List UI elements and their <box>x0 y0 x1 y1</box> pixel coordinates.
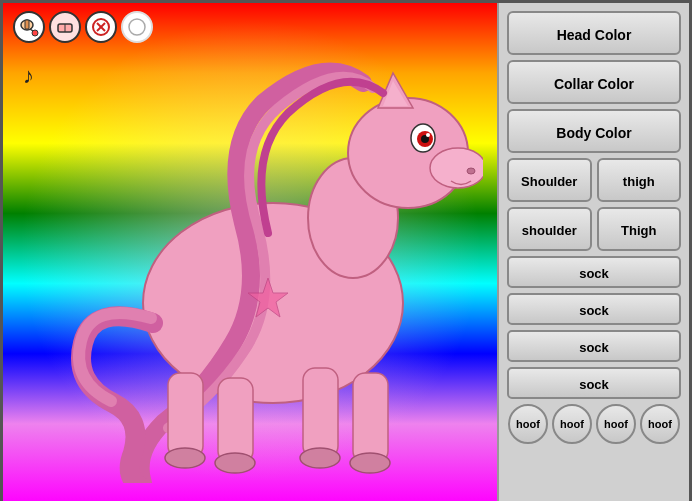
shoulder-upper-button[interactable]: Shoulder <box>507 158 592 202</box>
hoof-button-1[interactable]: hoof <box>508 404 548 444</box>
svg-rect-1 <box>25 20 29 29</box>
shoulder-lower-button[interactable]: shoulder <box>507 207 592 251</box>
hoof-button-2[interactable]: hoof <box>552 404 592 444</box>
svg-point-28 <box>467 168 475 174</box>
body-color-button[interactable]: Body Color <box>507 109 681 153</box>
undo-icon[interactable] <box>85 11 117 43</box>
eraser-icon[interactable] <box>49 11 81 43</box>
head-color-button[interactable]: Head Color <box>507 11 681 55</box>
fill-bucket-icon[interactable] <box>13 11 45 43</box>
svg-rect-22 <box>218 378 253 463</box>
toolbar <box>13 11 153 43</box>
collar-color-button[interactable]: Collar Color <box>507 60 681 104</box>
svg-point-25 <box>300 448 340 468</box>
svg-point-13 <box>430 148 483 188</box>
shoulder-thigh-row-1: Shoulder thigh <box>507 158 681 202</box>
svg-point-9 <box>129 19 145 35</box>
svg-point-26 <box>215 453 255 473</box>
shoulder-thigh-row-2: shoulder Thigh <box>507 207 681 251</box>
white-circle-icon[interactable] <box>121 11 153 43</box>
svg-rect-20 <box>353 373 388 463</box>
right-panel: Head Color Collar Color Body Color Shoul… <box>497 3 689 501</box>
svg-line-3 <box>30 29 33 31</box>
hoof-button-4[interactable]: hoof <box>640 404 680 444</box>
hoof-row: hoof hoof hoof hoof <box>507 404 681 444</box>
svg-rect-23 <box>168 373 203 458</box>
svg-point-27 <box>165 448 205 468</box>
thigh-lower-button[interactable]: Thigh <box>597 207 682 251</box>
app: ♪ <box>0 0 692 501</box>
sock-button-1[interactable]: sock <box>507 256 681 288</box>
pony-drawing <box>63 23 483 483</box>
sock-button-4[interactable]: sock <box>507 367 681 399</box>
svg-point-17 <box>426 133 430 137</box>
sock-button-3[interactable]: sock <box>507 330 681 362</box>
svg-point-24 <box>350 453 390 473</box>
music-note-icon: ♪ <box>23 63 34 89</box>
svg-rect-21 <box>303 368 338 458</box>
sock-button-2[interactable]: sock <box>507 293 681 325</box>
thigh-upper-button[interactable]: thigh <box>597 158 682 202</box>
hoof-button-3[interactable]: hoof <box>596 404 636 444</box>
